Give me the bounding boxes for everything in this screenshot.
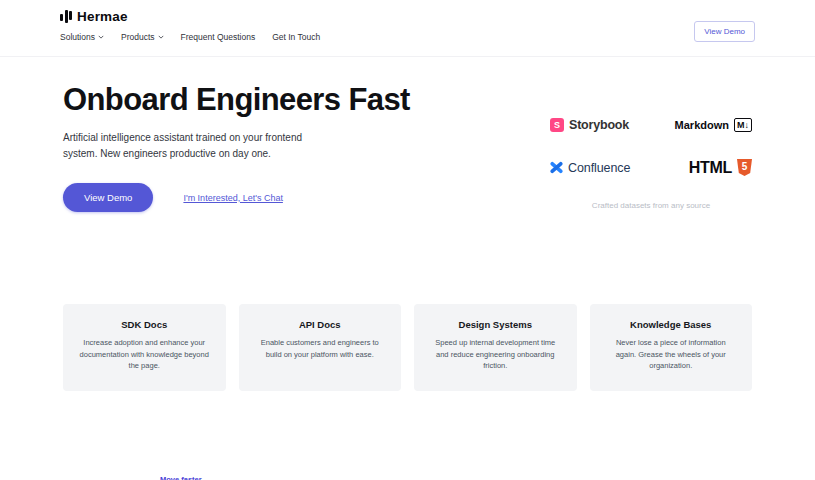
- nav-item-label: Get In Touch: [272, 32, 320, 42]
- card-sdk-docs: SDK Docs Increase adoption and enhance y…: [63, 304, 226, 391]
- header-view-demo-button[interactable]: View Demo: [694, 21, 755, 42]
- storybook-logo: S Storybook: [550, 118, 651, 132]
- card-title: Design Systems: [428, 319, 563, 330]
- hero-copy: Onboard Engineers Fast Artificial intell…: [63, 83, 493, 212]
- html5-shield-icon: 5: [737, 159, 752, 176]
- confluence-icon: [550, 161, 563, 174]
- confluence-logo: Confluence: [550, 161, 651, 175]
- confluence-label: Confluence: [568, 161, 630, 175]
- card-body: Speed up internal development time and r…: [429, 337, 561, 372]
- card-knowledge-bases: Knowledge Bases Never lose a piece of in…: [590, 304, 753, 391]
- card-api-docs: API Docs Enable customers and engineers …: [239, 304, 402, 391]
- card-body: Enable customers and engineers to build …: [254, 337, 386, 360]
- hero-cta-row: View Demo I'm Interested, Let's Chat: [63, 183, 493, 212]
- storybook-icon: S: [550, 118, 564, 132]
- brand-logo[interactable]: Hermae: [60, 9, 755, 24]
- markdown-logo: Markdown M↓: [675, 118, 752, 132]
- card-body: Increase adoption and enhance your docum…: [78, 337, 210, 372]
- hermae-logo-icon: [60, 10, 72, 23]
- card-body: Never lose a piece of information again.…: [605, 337, 737, 372]
- main-nav: Solutions Products Frequent Questions Ge…: [60, 32, 755, 42]
- hero-view-demo-button[interactable]: View Demo: [63, 183, 153, 212]
- card-title: SDK Docs: [77, 319, 212, 330]
- site-header: Hermae Solutions Products Frequent Quest…: [0, 0, 815, 57]
- features-section: Move faster Assistant Embed Features: [0, 475, 815, 480]
- features-eyebrow: Move faster: [160, 475, 815, 480]
- lets-chat-link[interactable]: I'm Interested, Let's Chat: [183, 193, 282, 203]
- chevron-down-icon: [98, 35, 104, 39]
- storybook-label: Storybook: [569, 118, 629, 132]
- html-label: HTML: [689, 159, 732, 177]
- feature-cards: SDK Docs Increase adoption and enhance y…: [0, 304, 815, 391]
- nav-item-label: Products: [121, 32, 155, 42]
- nav-item-frequent-questions[interactable]: Frequent Questions: [181, 32, 256, 42]
- hero-section: Onboard Engineers Fast Artificial intell…: [0, 57, 815, 212]
- chevron-down-icon: [158, 35, 164, 39]
- brand-name: Hermae: [77, 9, 128, 24]
- nav-item-products[interactable]: Products: [121, 32, 164, 42]
- nav-item-solutions[interactable]: Solutions: [60, 32, 104, 42]
- integration-logos: S Storybook Markdown M↓ Confluence HTML …: [550, 83, 752, 212]
- logos-caption: Crafted datasets from any source: [550, 201, 752, 210]
- nav-item-get-in-touch[interactable]: Get In Touch: [272, 32, 320, 42]
- page-title: Onboard Engineers Fast: [63, 83, 493, 117]
- markdown-label: Markdown: [675, 119, 729, 131]
- nav-item-label: Frequent Questions: [181, 32, 256, 42]
- card-title: Knowledge Bases: [604, 319, 739, 330]
- card-title: API Docs: [253, 319, 388, 330]
- markdown-icon: M↓: [734, 118, 752, 132]
- html5-logo: HTML 5: [689, 159, 752, 177]
- nav-item-label: Solutions: [60, 32, 95, 42]
- card-design-systems: Design Systems Speed up internal develop…: [414, 304, 577, 391]
- hero-subtitle: Artificial intelligence assistant traine…: [63, 130, 315, 162]
